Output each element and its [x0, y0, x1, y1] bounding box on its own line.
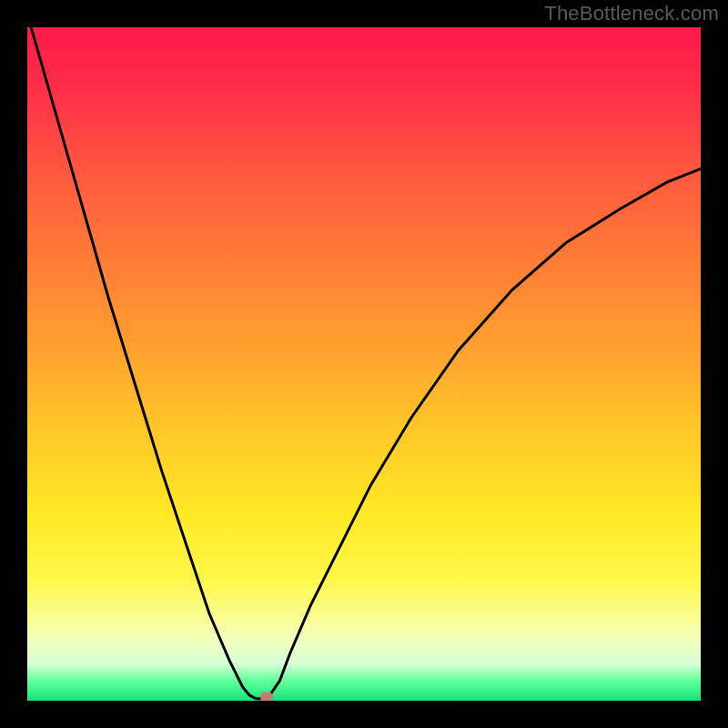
bottleneck-curve [27, 27, 701, 699]
attribution-text: TheBottleneck.com [544, 2, 719, 25]
curve-layer [27, 27, 701, 701]
chart-frame: TheBottleneck.com [0, 0, 728, 728]
plot-area [27, 27, 701, 701]
minimum-marker [260, 693, 273, 701]
